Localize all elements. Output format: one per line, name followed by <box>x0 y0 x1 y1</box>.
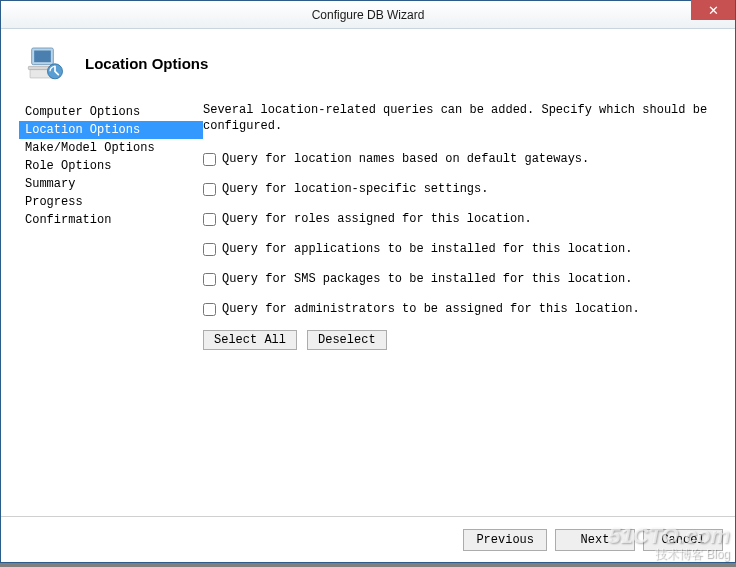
option-row-applications: Query for applications to be installed f… <box>203 242 717 256</box>
window-title: Configure DB Wizard <box>312 8 425 22</box>
checkbox-sms-packages[interactable] <box>203 273 216 286</box>
label-settings[interactable]: Query for location-specific settings. <box>222 182 488 196</box>
deselect-button[interactable]: Deselect <box>307 330 387 350</box>
option-row-administrators: Query for administrators to be assigned … <box>203 302 717 316</box>
main-panel: Several location-related queries can be … <box>203 99 717 516</box>
sidebar-item-role-options[interactable]: Role Options <box>19 157 203 175</box>
option-row-gateways: Query for location names based on defaul… <box>203 152 717 166</box>
close-button[interactable]: ✕ <box>691 0 735 20</box>
sidebar-item-computer-options[interactable]: Computer Options <box>19 103 203 121</box>
header-area: Location Options <box>1 29 735 99</box>
page-title: Location Options <box>85 55 208 72</box>
previous-button[interactable]: Previous <box>463 529 547 551</box>
checkbox-settings[interactable] <box>203 183 216 196</box>
wizard-window: Configure DB Wizard ✕ Location Options C… <box>0 0 736 563</box>
cancel-button[interactable]: Cancel <box>643 529 723 551</box>
select-all-button[interactable]: Select All <box>203 330 297 350</box>
option-row-sms-packages: Query for SMS packages to be installed f… <box>203 272 717 286</box>
sidebar-item-confirmation[interactable]: Confirmation <box>19 211 203 229</box>
computer-icon <box>25 43 65 83</box>
body-area: Computer Options Location Options Make/M… <box>1 99 735 516</box>
checkbox-administrators[interactable] <box>203 303 216 316</box>
option-row-settings: Query for location-specific settings. <box>203 182 717 196</box>
checkbox-roles[interactable] <box>203 213 216 226</box>
next-button[interactable]: Next <box>555 529 635 551</box>
description-text: Several location-related queries can be … <box>203 103 717 134</box>
titlebar: Configure DB Wizard ✕ <box>1 1 735 29</box>
select-button-row: Select All Deselect <box>203 330 717 350</box>
checkbox-applications[interactable] <box>203 243 216 256</box>
label-administrators[interactable]: Query for administrators to be assigned … <box>222 302 640 316</box>
sidebar-item-make-model-options[interactable]: Make/Model Options <box>19 139 203 157</box>
label-sms-packages[interactable]: Query for SMS packages to be installed f… <box>222 272 632 286</box>
footer: Previous Next Cancel <box>1 516 735 562</box>
checkbox-gateways[interactable] <box>203 153 216 166</box>
content-area: Location Options Computer Options Locati… <box>1 29 735 562</box>
sidebar-item-progress[interactable]: Progress <box>19 193 203 211</box>
sidebar: Computer Options Location Options Make/M… <box>19 99 203 516</box>
svg-rect-1 <box>34 51 51 63</box>
label-applications[interactable]: Query for applications to be installed f… <box>222 242 632 256</box>
option-row-roles: Query for roles assigned for this locati… <box>203 212 717 226</box>
label-gateways[interactable]: Query for location names based on defaul… <box>222 152 589 166</box>
sidebar-item-summary[interactable]: Summary <box>19 175 203 193</box>
sidebar-item-location-options[interactable]: Location Options <box>19 121 203 139</box>
label-roles[interactable]: Query for roles assigned for this locati… <box>222 212 532 226</box>
